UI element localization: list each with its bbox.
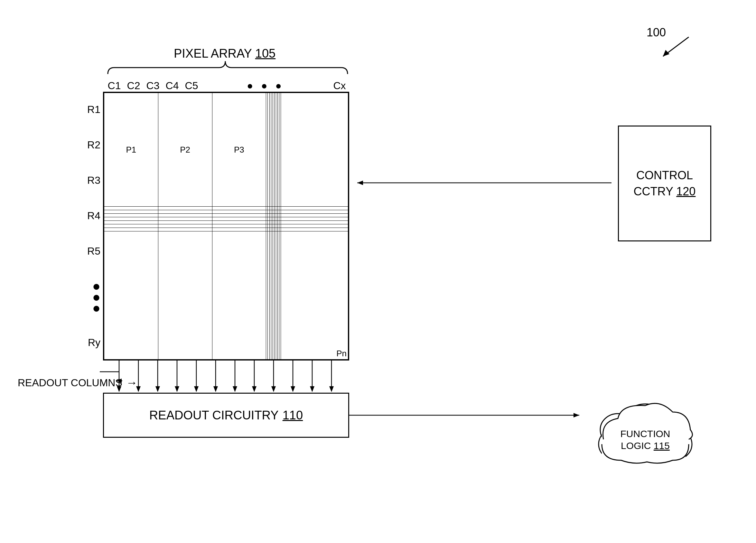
svg-marker-19: [271, 386, 276, 392]
pixel-array-label: PIXEL ARRAY 105: [174, 47, 275, 61]
readout-circuitry-box: READOUT CIRCUITRY 110: [103, 393, 349, 438]
cell-empty: [104, 228, 158, 231]
cell-empty: [104, 224, 158, 228]
cell-empty: [158, 228, 212, 231]
control-circuitry-box: CONTROLCCTRY 120: [618, 126, 711, 241]
row-dots: ●●●: [92, 281, 100, 313]
row-label-r4: R4: [87, 210, 100, 222]
cell-empty: [212, 207, 266, 210]
diagram-container: 100 PIXEL ARRAY 105 C1 C2 C3 C4 C5 ● ● ●…: [0, 0, 756, 543]
readout-circuitry-label: READOUT CIRCUITRY: [149, 408, 279, 422]
col-label-c2: C2: [124, 80, 143, 92]
function-logic-cloud: FUNCTION LOGIC 115: [589, 380, 698, 467]
cell-empty: [158, 217, 212, 221]
cell-empty: [158, 207, 212, 210]
cell-p2: P2: [158, 93, 212, 207]
table-row: [104, 228, 348, 231]
row-label-r2: R2: [87, 139, 100, 151]
cell-empty: [281, 224, 348, 228]
row-label-r3: R3: [87, 174, 100, 186]
svg-marker-21: [291, 386, 295, 392]
svg-marker-13: [213, 386, 218, 392]
row-label-r1: R1: [87, 104, 100, 116]
table-row: P1 P2 P3: [104, 93, 348, 207]
col-label-c5: C5: [182, 80, 201, 92]
cell-empty: [104, 231, 158, 360]
cell-empty: [281, 93, 348, 207]
readout-columns-label: READOUT COLUMNS →: [18, 376, 138, 389]
col-dots: ● ● ●: [201, 80, 330, 92]
table-row: [104, 217, 348, 221]
col-label-cx: Cx: [330, 80, 349, 92]
cell-empty: [212, 231, 266, 360]
cell-empty: [158, 231, 212, 360]
svg-marker-7: [155, 386, 160, 392]
svg-marker-31: [574, 413, 579, 417]
svg-marker-25: [329, 386, 334, 392]
cell-empty: [281, 214, 348, 217]
svg-text:LOGIC 115: LOGIC 115: [621, 440, 670, 451]
svg-marker-9: [175, 386, 179, 392]
svg-marker-15: [233, 386, 237, 392]
table-row: [104, 210, 348, 214]
cell-empty: [104, 217, 158, 221]
readout-columns-arrow: →: [126, 376, 138, 389]
pixel-grid: P1 P2 P3: [103, 92, 349, 360]
control-circuitry-ref: 120: [676, 185, 695, 198]
cell-empty: [212, 228, 266, 231]
svg-marker-23: [310, 386, 314, 392]
col-label-c4: C4: [163, 80, 182, 92]
cell-empty: [281, 228, 348, 231]
cell-empty: [104, 214, 158, 217]
pixel-table: P1 P2 P3: [104, 93, 348, 360]
cell-empty: [281, 217, 348, 221]
cell-empty: [158, 224, 212, 228]
cell-empty: [212, 214, 266, 217]
cell-empty: [212, 221, 266, 224]
table-row: [104, 207, 348, 210]
row-label-r5: R5: [87, 245, 100, 257]
cell-empty: [104, 221, 158, 224]
svg-text:FUNCTION: FUNCTION: [621, 428, 670, 439]
cell-empty: [281, 207, 348, 210]
cell-empty: [104, 207, 158, 210]
col-label-c1: C1: [105, 80, 124, 92]
svg-marker-17: [252, 386, 257, 392]
cell-empty: [281, 210, 348, 214]
cell-empty: [104, 210, 158, 214]
row-label-ry: Ry: [88, 337, 100, 349]
svg-marker-11: [194, 386, 199, 392]
row-labels: R1 R2 R3 R4 R5 ●●● Ry: [82, 92, 103, 360]
column-labels-row: C1 C2 C3 C4 C5 ● ● ● Cx: [105, 80, 349, 92]
main-reference-number: 100: [647, 26, 666, 39]
cell-empty: [158, 221, 212, 224]
cell-empty: [158, 210, 212, 214]
function-logic-container: FUNCTION LOGIC 115: [589, 380, 698, 468]
cell-pn: Pn: [281, 231, 348, 360]
readout-circuitry-ref: 110: [283, 408, 303, 422]
cell-empty: [212, 217, 266, 221]
table-row: [104, 214, 348, 217]
svg-marker-29: [357, 181, 363, 185]
table-row: [104, 224, 348, 228]
table-row: Pn: [104, 231, 348, 360]
control-circuitry-label: CONTROLCCTRY 120: [634, 167, 696, 200]
cell-empty: [158, 214, 212, 217]
cell-empty: [212, 224, 266, 228]
svg-line-0: [663, 37, 689, 56]
table-row: [104, 221, 348, 224]
cell-empty: [281, 221, 348, 224]
cell-p3: P3: [212, 93, 266, 207]
cell-p1: P1: [104, 93, 158, 207]
svg-marker-1: [663, 50, 669, 56]
col-label-c3: C3: [143, 80, 163, 92]
cell-empty: [212, 210, 266, 214]
